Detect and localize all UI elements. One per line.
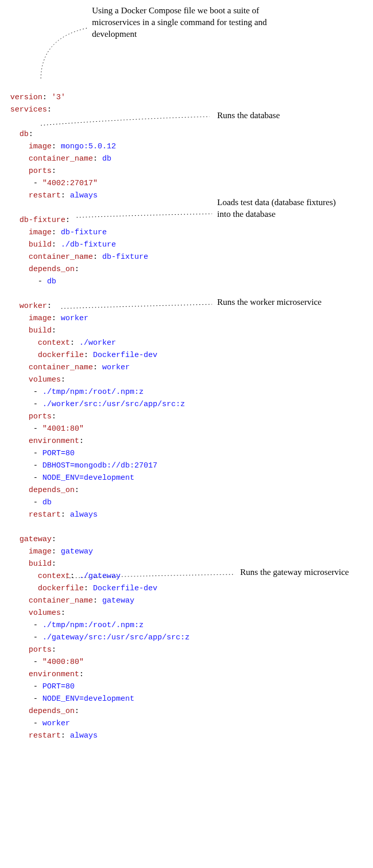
- wk-df-v: Dockerfile-dev: [93, 351, 157, 360]
- gw-env1: PORT=80: [42, 682, 75, 691]
- service-worker: worker: [19, 302, 47, 310]
- annotation-top: Using a Docker Compose file we boot a su…: [92, 5, 271, 40]
- wk-ports-k: ports: [29, 412, 52, 421]
- db-cname-k: container_name: [29, 154, 93, 163]
- wk-env2: DBHOST=mongodb://db:27017: [42, 461, 157, 470]
- fx-dep-k: depends_on: [29, 265, 75, 274]
- gw-vol-k: volumes: [29, 609, 61, 617]
- wk-port-v: "4001:80": [42, 425, 84, 433]
- gw-restart-v: always: [70, 731, 98, 740]
- fx-image-k: image: [29, 228, 52, 237]
- wk-vol2: ./worker/src:/usr/src/app/src:z: [42, 400, 185, 409]
- val-version: '3': [52, 93, 65, 102]
- gw-ctx-k: context: [38, 572, 70, 581]
- key-services: services: [10, 105, 47, 114]
- wk-dep-v: db: [42, 498, 52, 507]
- service-gateway: gateway: [19, 535, 52, 544]
- wk-df-k: dockerfile: [38, 351, 84, 360]
- wk-restart-v: always: [70, 510, 98, 519]
- gw-image-k: image: [29, 547, 52, 556]
- wk-env1: PORT=80: [42, 449, 75, 458]
- fx-cname-k: container_name: [29, 253, 93, 261]
- db-image-k: image: [29, 142, 52, 151]
- gw-dep-v: worker: [42, 719, 70, 728]
- gw-build-k: build: [29, 560, 52, 568]
- service-fixture: db-fixture: [19, 216, 65, 225]
- db-port-v: "4002:27017": [42, 179, 98, 188]
- gw-ports-k: ports: [29, 646, 52, 654]
- docker-compose-code: version: '3' services: db: image: mongo:…: [10, 79, 363, 742]
- gw-env-k: environment: [29, 670, 79, 679]
- gw-vol2: ./gateway/src:/usr/src/app/src:z: [42, 633, 190, 642]
- gw-df-k: dockerfile: [38, 584, 84, 593]
- wk-vol-k: volumes: [29, 375, 61, 384]
- fx-build-v: ./db-fixture: [61, 240, 116, 249]
- fx-build-k: build: [29, 240, 52, 249]
- wk-image-k: image: [29, 314, 52, 323]
- wk-vol1: ./tmp/npm:/root/.npm:z: [42, 388, 144, 396]
- gw-dep-k: depends_on: [29, 707, 75, 716]
- fx-cname-v: db-fixture: [102, 253, 148, 261]
- db-restart-v: always: [70, 191, 98, 200]
- wk-env3: NODE_ENV=development: [42, 474, 134, 482]
- db-image-v: mongo:5.0.12: [61, 142, 116, 151]
- wk-cname-k: container_name: [29, 363, 93, 372]
- gw-image-v: gateway: [61, 547, 93, 556]
- db-ports-k: ports: [29, 167, 52, 175]
- gw-cname-k: container_name: [29, 596, 93, 605]
- wk-env-k: environment: [29, 437, 79, 446]
- wk-ctx-k: context: [38, 339, 70, 347]
- service-db: db: [19, 130, 29, 139]
- wk-cname-v: worker: [102, 363, 130, 372]
- fx-dep-v: db: [47, 277, 56, 286]
- key-version: version: [10, 93, 42, 102]
- gw-restart-k: restart: [29, 731, 61, 740]
- gw-ctx-v: ./gateway: [79, 572, 121, 581]
- wk-build-k: build: [29, 326, 52, 335]
- gw-port-v: "4000:80": [42, 658, 84, 666]
- db-restart-k: restart: [29, 191, 61, 200]
- wk-dep-k: depends_on: [29, 486, 75, 495]
- gw-cname-v: gateway: [102, 596, 134, 605]
- wk-ctx-v: ./worker: [79, 339, 116, 347]
- gw-vol1: ./tmp/npm:/root/.npm:z: [42, 621, 144, 630]
- gw-env2: NODE_ENV=development: [42, 695, 134, 703]
- wk-restart-k: restart: [29, 510, 61, 519]
- gw-df-v: Dockerfile-dev: [93, 584, 157, 593]
- fx-image-v: db-fixture: [61, 228, 107, 237]
- db-cname-v: db: [102, 154, 111, 163]
- wk-image-v: worker: [61, 314, 88, 323]
